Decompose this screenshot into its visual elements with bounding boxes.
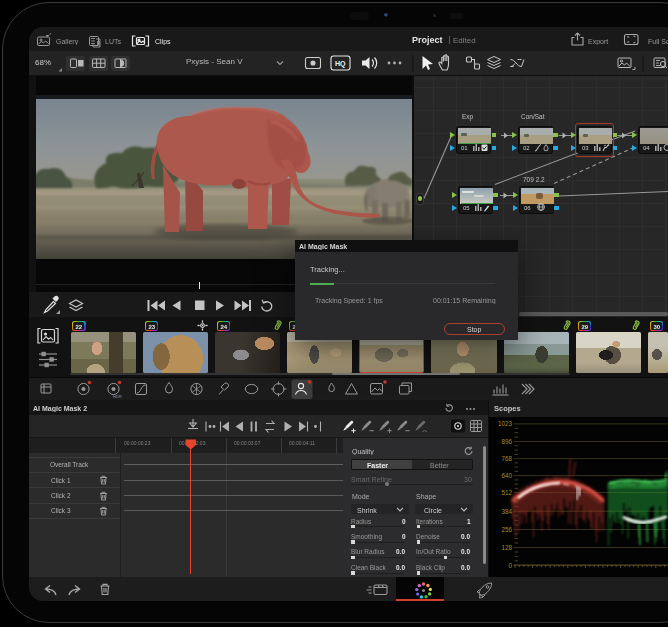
svg-text:0: 0	[508, 562, 512, 569]
svg-text:1023: 1023	[498, 420, 513, 427]
svg-text:640: 640	[501, 472, 512, 479]
svg-text:HDR: HDR	[113, 393, 122, 398]
svg-text:256: 256	[501, 526, 512, 533]
svg-text:384: 384	[501, 508, 512, 515]
svg-text:128: 128	[501, 544, 512, 551]
svg-text:HQ: HQ	[335, 60, 346, 68]
svg-text:896: 896	[501, 438, 512, 445]
svg-text:768: 768	[501, 455, 512, 462]
svg-text:512: 512	[501, 489, 512, 496]
